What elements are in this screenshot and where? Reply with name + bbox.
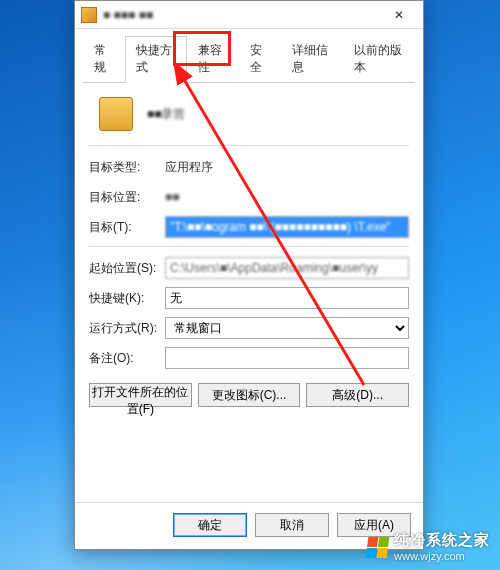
label-target: 目标(T): xyxy=(89,219,165,236)
change-icon-button[interactable]: 更改图标(C)... xyxy=(198,383,301,407)
label-run-mode: 运行方式(R): xyxy=(89,320,165,337)
tab-details[interactable]: 详细信息 xyxy=(281,36,343,83)
label-shortcut-key: 快捷键(K): xyxy=(89,290,165,307)
advanced-button[interactable]: 高级(D)... xyxy=(306,383,409,407)
tab-label: 以前的版本 xyxy=(354,43,402,74)
row-target-location: 目标位置: ■■ xyxy=(89,186,409,208)
value-target-location: ■■ xyxy=(165,190,409,204)
row-shortcut-key: 快捷键(K): xyxy=(89,287,409,309)
label-target-type: 目标类型: xyxy=(89,159,165,176)
watermark-logo-icon xyxy=(364,536,389,558)
row-run-mode: 运行方式(R): 常规窗口 xyxy=(89,317,409,339)
select-run-mode[interactable]: 常规窗口 xyxy=(165,317,409,339)
tab-general[interactable]: 常规 xyxy=(83,36,125,83)
app-name: ■■录营 xyxy=(147,106,186,123)
row-target: 目标(T): xyxy=(89,216,409,238)
properties-dialog: ■ ■■■ ■■ ✕ 常规 快捷方式 兼容性 安全 详细信息 以前的版本 ■■录… xyxy=(74,0,424,550)
tab-label: 兼容性 xyxy=(198,43,222,74)
watermark-brand: 纯净系统之家 xyxy=(394,531,490,550)
tab-security[interactable]: 安全 xyxy=(239,36,281,83)
window-controls: ✕ xyxy=(379,2,419,28)
label-target-location: 目标位置: xyxy=(89,189,165,206)
watermark-url: www.wjzy.com xyxy=(394,550,490,562)
divider xyxy=(89,145,409,146)
row-comment: 备注(O): xyxy=(89,347,409,369)
title-icon xyxy=(81,7,97,23)
tab-compatibility[interactable]: 兼容性 xyxy=(187,36,239,83)
close-icon: ✕ xyxy=(394,8,404,22)
tab-previous[interactable]: 以前的版本 xyxy=(343,36,415,83)
action-buttons: 打开文件所在的位置(F) 更改图标(C)... 高级(D)... xyxy=(89,383,409,407)
tab-label: 安全 xyxy=(250,43,262,74)
label-comment: 备注(O): xyxy=(89,350,165,367)
input-shortcut-key[interactable] xyxy=(165,287,409,309)
row-start-in: 起始位置(S): xyxy=(89,257,409,279)
tab-content: ■■录营 目标类型: 应用程序 目标位置: ■■ 目标(T): 起始位置(S):… xyxy=(75,83,423,502)
input-target[interactable] xyxy=(165,216,409,238)
tab-label: 快捷方式 xyxy=(136,43,172,74)
tab-strip: 常规 快捷方式 兼容性 安全 详细信息 以前的版本 xyxy=(83,35,415,83)
window-title: ■ ■■■ ■■ xyxy=(103,8,153,22)
app-icon xyxy=(99,97,133,131)
tab-label: 详细信息 xyxy=(292,43,328,74)
row-target-type: 目标类型: 应用程序 xyxy=(89,156,409,178)
divider xyxy=(89,246,409,247)
cancel-button[interactable]: 取消 xyxy=(255,513,329,537)
ok-button[interactable]: 确定 xyxy=(173,513,247,537)
close-button[interactable]: ✕ xyxy=(379,2,419,28)
input-start-in[interactable] xyxy=(165,257,409,279)
value-target-type: 应用程序 xyxy=(165,159,409,176)
label-start-in: 起始位置(S): xyxy=(89,260,165,277)
input-comment[interactable] xyxy=(165,347,409,369)
tab-shortcut[interactable]: 快捷方式 xyxy=(125,36,187,83)
open-file-location-button[interactable]: 打开文件所在的位置(F) xyxy=(89,383,192,407)
tab-label: 常规 xyxy=(94,43,106,74)
watermark-text-block: 纯净系统之家 www.wjzy.com xyxy=(394,531,490,562)
watermark: 纯净系统之家 www.wjzy.com xyxy=(366,531,490,562)
titlebar[interactable]: ■ ■■■ ■■ ✕ xyxy=(75,1,423,29)
app-header: ■■录营 xyxy=(99,97,409,131)
